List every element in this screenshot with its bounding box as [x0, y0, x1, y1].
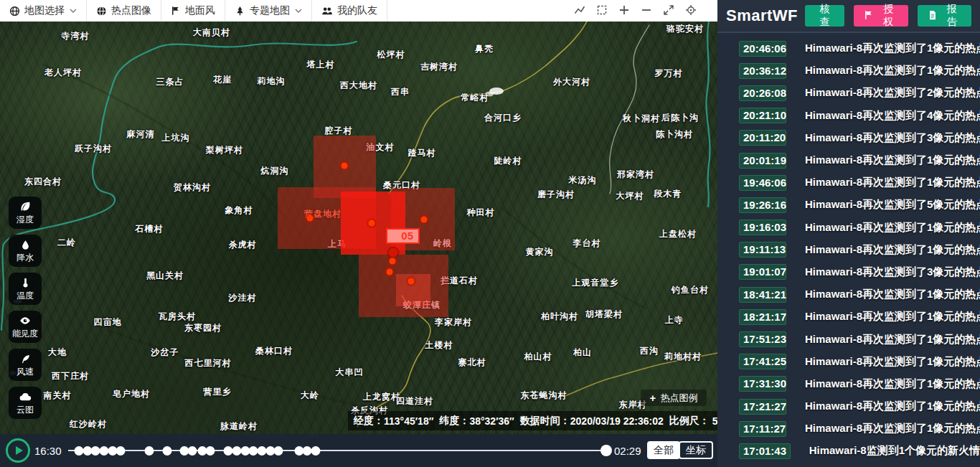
layer-button-cloud[interactable]: 云图 — [9, 387, 42, 419]
alert-row[interactable]: 19:46:06Himawari-8再次监测到了1像元的热点 — [717, 171, 980, 194]
alert-list: 20:46:06Himawari-8再次监测到了1像元的热点20:36:12Hi… — [717, 33, 980, 463]
map-label: 柏山村 — [524, 351, 552, 363]
timeline-dot[interactable] — [145, 446, 154, 456]
layer-button-leaf[interactable]: 湿度 — [9, 197, 42, 229]
map-label: 腔子村 — [325, 125, 353, 137]
alert-panel: SmartWF 核查授权报告 20:46:06Himawari-8再次监测到了1… — [717, 0, 980, 467]
fire-point[interactable] — [369, 220, 375, 227]
timeline-dot[interactable] — [274, 446, 283, 456]
map-label: 胡塔梁村 — [585, 308, 623, 321]
fire-point[interactable] — [408, 278, 415, 285]
map-label: 西串 — [391, 86, 410, 98]
fire-point[interactable] — [341, 163, 348, 169]
menu-team[interactable]: 我的队友 — [312, 0, 387, 22]
alert-message: Himawari-8再次监测到了2像元的热点 — [805, 86, 980, 100]
layer-button-thermometer[interactable]: 温度 — [9, 273, 42, 305]
map-label: 合河口乡 — [484, 112, 522, 124]
alert-message: Himawari-8再次监测到了3像元的热点 — [805, 131, 980, 145]
alert-row[interactable]: 17:41:25Himawari-8再次监测到了1像元的热点 — [717, 351, 980, 373]
alert-timestamp: 17:21:27 — [739, 399, 786, 415]
locate-button[interactable] — [684, 4, 697, 17]
alert-row[interactable]: 19:26:16Himawari-8再次监测到了5像元的热点 — [717, 194, 980, 216]
alert-timestamp: 17:51:23 — [739, 331, 786, 347]
map-label: 皂户地村 — [113, 388, 150, 400]
map-label: 东枣园村 — [184, 322, 222, 334]
alert-row[interactable]: 20:01:19Himawari-8再次监测到了1像元的热点 — [717, 149, 980, 171]
fire-id-tag[interactable]: 05 — [386, 228, 420, 244]
satellite-map[interactable]: 寺湾村大南贝村松坪村吉树湾村鼻秃骆驼安村老人坪村三条占花崖莉地沟塔上村西大地村西… — [0, 22, 717, 434]
alert-message: Himawari-8再次监测到了4像元的热点 — [805, 109, 980, 123]
alert-timestamp: 19:16:03 — [739, 220, 786, 235]
fire-point[interactable] — [390, 258, 396, 265]
alert-row[interactable]: 17:31:30Himawari-8再次监测到了1像元的热点 — [717, 373, 980, 395]
核查-button[interactable]: 核查 — [805, 5, 844, 27]
alert-row[interactable]: 20:36:12Himawari-8再次监测到了1像元的热点 — [717, 60, 980, 82]
timeline-dot[interactable] — [163, 446, 172, 456]
alert-row[interactable]: 19:11:13Himawari-8再次监测到了1像元的热点 — [717, 239, 980, 261]
alert-row[interactable]: 18:41:21Himawari-8再次监测到了1像元的热点 — [717, 283, 980, 306]
map-label: 大地 — [48, 346, 67, 359]
fire-point[interactable] — [421, 217, 428, 223]
latitude-readout: 纬度：38°32′36″ — [439, 415, 514, 428]
flag-icon — [864, 10, 874, 22]
alert-row[interactable]: 20:26:08Himawari-8再次监测到了2像元的热点 — [717, 82, 980, 104]
map-label: 磨子沟村 — [537, 189, 575, 201]
menu-globe[interactable]: 地图选择 — [0, 0, 87, 22]
layer-label: 降水 — [17, 252, 34, 264]
map-label: 沙岔子 — [151, 346, 179, 359]
map-label: 黑山关村 — [146, 270, 184, 282]
fullscreen-button[interactable] — [662, 4, 675, 17]
measure-line-button[interactable] — [573, 4, 586, 17]
alert-row[interactable]: 17:21:27Himawari-8再次监测到了1像元的热点 — [717, 395, 980, 418]
scale-readout: 比例尺： 5 km — [669, 415, 717, 428]
menu-tree[interactable]: 专题地图 — [225, 0, 312, 22]
alert-row[interactable]: 20:21:10Himawari-8再次监测到了4像元的热点 — [717, 105, 980, 127]
layer-button-feather[interactable]: 风速 — [9, 349, 42, 381]
hotspot-legend-button[interactable]: + 热点图例 — [641, 390, 707, 406]
alert-message: Himawari-8再次监测到了1像元的热点 — [805, 42, 980, 55]
alert-message: Himawari-8再次监测到了1像元的热点 — [805, 333, 980, 346]
alert-row[interactable]: 17:11:27Himawari-8再次监测到了1像元的热点 — [717, 418, 980, 440]
timeline-dot[interactable] — [116, 446, 126, 456]
map-label: 西大地村 — [340, 80, 377, 92]
alert-row[interactable]: 17:51:23Himawari-8再次监测到了1像元的热点 — [717, 328, 980, 350]
all-button[interactable]: 全部 — [647, 441, 680, 459]
map-label: 上龙窝村 — [363, 391, 400, 403]
zoom-in-button[interactable] — [618, 4, 631, 17]
timeline-start-time: 16:30 — [34, 445, 62, 457]
fire-point[interactable] — [387, 269, 393, 275]
alert-row[interactable]: 20:46:06Himawari-8再次监测到了1像元的热点 — [717, 37, 980, 60]
zoom-out-button[interactable] — [640, 4, 653, 17]
play-button[interactable] — [6, 438, 30, 463]
layer-button-eye[interactable]: 能见度 — [9, 311, 42, 343]
menu-flag[interactable]: 地面风 — [161, 0, 225, 22]
alert-row[interactable]: 20:11:20Himawari-8再次监测到了3像元的热点 — [717, 127, 980, 149]
measure-area-button[interactable] — [595, 4, 608, 17]
alert-row[interactable]: 18:21:17Himawari-8再次监测到了1像元的热点 — [717, 306, 980, 328]
map-label: 段木青 — [654, 188, 682, 200]
map-label: 三条占 — [156, 76, 184, 88]
timeline-current-handle[interactable] — [600, 445, 612, 456]
fire-point[interactable] — [389, 248, 398, 258]
leaf-icon — [19, 200, 32, 213]
timeline-dot[interactable] — [311, 446, 321, 456]
alert-message: Himawari-8再次监测到了1像元的热点 — [805, 422, 980, 435]
map-label: 岭根 — [433, 237, 452, 250]
alert-row[interactable]: 19:01:07Himawari-8再次监测到了3像元的热点 — [717, 261, 980, 283]
alert-message: Himawari-8再次监测到了5像元的热点 — [805, 198, 980, 212]
map-label: 西下庄村 — [52, 370, 89, 382]
map-label: 上马 — [328, 238, 347, 250]
menu-globe-solid[interactable]: 热点图像 — [87, 0, 161, 22]
timeline-dot[interactable] — [188, 446, 197, 456]
layer-button-droplet[interactable]: 降水 — [9, 235, 42, 267]
alert-message: Himawari-8再次监测到了1像元的热点 — [805, 64, 980, 77]
alert-timestamp: 20:01:19 — [739, 153, 786, 169]
alert-row[interactable]: 17:01:43Himawari-8监测到1个像元的新火情 — [717, 440, 980, 462]
coordinates-button[interactable]: 坐标 — [679, 441, 713, 459]
报告-button[interactable]: 报告 — [918, 5, 971, 27]
map-label: 大岭 — [301, 390, 319, 402]
fire-point[interactable] — [307, 215, 314, 222]
timeline-dot[interactable] — [206, 446, 215, 456]
alert-row[interactable]: 19:16:03Himawari-8再次监测到了1像元的热点 — [717, 217, 980, 239]
授权-button[interactable]: 授权 — [854, 5, 908, 27]
